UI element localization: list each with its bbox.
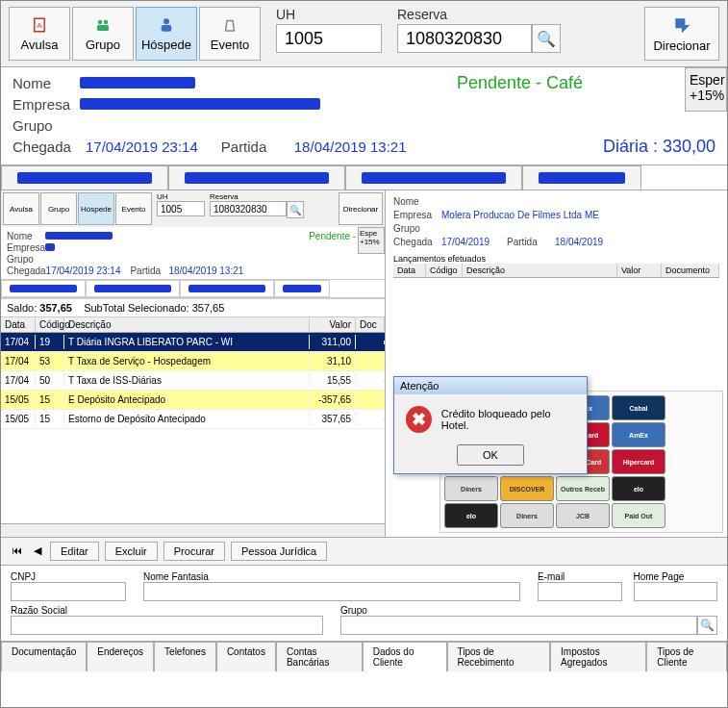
- cell-data: 17/04: [1, 335, 36, 349]
- mini-avulsa-button[interactable]: Avulsa: [3, 192, 39, 225]
- tab-tipos-recebimento[interactable]: Tipos de Recebimento: [447, 642, 551, 671]
- procurar-button[interactable]: Procurar: [163, 542, 225, 561]
- direcionar-label: Direcionar: [653, 38, 710, 53]
- horizontal-scrollbar[interactable]: [1, 523, 385, 537]
- cell-codigo: 15: [36, 412, 64, 426]
- evento-label: Evento: [211, 38, 249, 52]
- action-bar: ⏮ ◀ Editar Excluir Procurar Pessoa Juríd…: [1, 537, 727, 566]
- mini-reserva-input[interactable]: [210, 201, 287, 216]
- right-panel: Nome EmpresaMolera Producao De Filmes Lt…: [386, 190, 727, 537]
- tab-enderecos[interactable]: Endereços: [87, 642, 154, 671]
- tab-documentacao[interactable]: Documentação: [1, 642, 87, 671]
- cnpj-label: CNPJ: [11, 571, 126, 582]
- cell-valor: 15,55: [310, 373, 356, 388]
- mini-uh-field: UH: [157, 192, 205, 225]
- tab-tipos-cliente[interactable]: Tipos de Cliente: [646, 642, 727, 671]
- razao-social-label: Razão Social: [11, 605, 323, 616]
- homepage-input[interactable]: [634, 582, 718, 601]
- error-icon: ✖: [406, 406, 432, 433]
- avulsa-button[interactable]: A Avulsa: [9, 7, 70, 61]
- mini-evento-button[interactable]: Evento: [115, 192, 152, 225]
- client-fields: CNPJ Nome Fantasia E-mail Home Page Razã…: [1, 566, 727, 641]
- razao-social-input[interactable]: [11, 616, 323, 635]
- nav-first-icon[interactable]: ⏮: [9, 542, 25, 561]
- mini-partida-val: 18/04/2019 13:21: [168, 266, 243, 276]
- mini-tab-1[interactable]: [1, 280, 86, 297]
- direcionar-button[interactable]: Direcionar: [644, 7, 719, 61]
- table-row[interactable]: 17/0450T Taxa de ISS-Diárias15,55: [1, 371, 385, 391]
- tab-telefones[interactable]: Telefones: [154, 642, 216, 671]
- mini-tab-4[interactable]: [274, 280, 330, 297]
- bottom-grupo-input[interactable]: [340, 616, 697, 635]
- hospede-button[interactable]: Hóspede: [136, 7, 197, 61]
- guest-tab-3-label: [362, 172, 506, 184]
- payment-card[interactable]: AmEx: [612, 422, 665, 447]
- tab-contas-bancarias[interactable]: Contas Bancárias: [276, 642, 363, 671]
- mini-search-button[interactable]: 🔍: [287, 201, 304, 218]
- evento-button[interactable]: Evento: [199, 7, 261, 61]
- payment-card[interactable]: Diners: [500, 503, 554, 528]
- payment-card[interactable]: Diners: [444, 476, 498, 501]
- table-row[interactable]: 15/0515E Depósito Antecipado-357,65: [1, 391, 385, 410]
- status-text: Pendente - Café: [457, 73, 583, 93]
- payment-card[interactable]: Cabal: [612, 395, 665, 420]
- mini-tab-3[interactable]: [180, 280, 274, 297]
- r-chegada-lbl: Chegada: [393, 237, 436, 247]
- guest-tab-2[interactable]: [168, 165, 345, 190]
- cell-codigo: 15: [36, 392, 64, 407]
- dialog-ok-button[interactable]: OK: [457, 444, 524, 466]
- guest-tab-3[interactable]: [345, 165, 522, 190]
- guest-info-block: Nome Empresa Grupo Chegada 17/04/2019 23…: [1, 67, 727, 165]
- cell-descricao: T Diária INGRA LIBERATO PARC - WI: [64, 335, 310, 349]
- nav-prev-icon[interactable]: ◀: [31, 542, 44, 561]
- grupo-search-button[interactable]: 🔍: [697, 616, 717, 635]
- guest-tab-1[interactable]: [1, 165, 168, 190]
- cell-data: 15/05: [1, 412, 36, 426]
- cnpj-input[interactable]: [11, 582, 126, 601]
- nome-label: Nome: [13, 75, 80, 91]
- r-chegada-val: 17/04/2019: [441, 237, 490, 247]
- reserva-search-button[interactable]: 🔍: [532, 24, 561, 53]
- reserva-input[interactable]: [397, 24, 532, 53]
- mini-tabs: [1, 279, 385, 298]
- editar-button[interactable]: Editar: [50, 542, 99, 561]
- payment-card[interactable]: elo: [444, 503, 498, 528]
- mini-nome-val: [45, 232, 113, 240]
- payment-card[interactable]: Paid Out: [612, 503, 665, 528]
- right-info: Nome EmpresaMolera Producao De Filmes Lt…: [386, 190, 727, 282]
- uh-field-group: UH: [276, 7, 382, 53]
- mini-grupo-button[interactable]: Grupo: [40, 192, 77, 225]
- uh-input[interactable]: [276, 24, 382, 53]
- tab-dados-cliente[interactable]: Dados do Cliente: [363, 642, 447, 671]
- nome-fantasia-input[interactable]: [143, 582, 520, 601]
- r-grupo-lbl: Grupo: [393, 223, 436, 234]
- mini-uh-input[interactable]: [157, 201, 205, 216]
- partida-value: 18/04/2019 13:21: [294, 139, 407, 155]
- r-lanc-label: Lançamentos efetuados: [393, 254, 719, 264]
- excluir-button[interactable]: Excluir: [105, 542, 158, 561]
- mini-tab-2[interactable]: [86, 280, 180, 297]
- payment-card[interactable]: DISCOVER: [500, 476, 554, 501]
- mini-hospede-button[interactable]: Hóspede: [78, 192, 114, 225]
- payment-card[interactable]: Outros Receb: [556, 476, 610, 501]
- svg-point-2: [98, 19, 103, 24]
- mini-tab-4-label: [283, 285, 321, 292]
- transactions-header: Data Código Descrição Valor Doc: [1, 317, 385, 333]
- r-partida-lbl: Partida: [507, 237, 549, 247]
- table-row[interactable]: 17/0453T Taxa de Serviço - Hospedagem31,…: [1, 352, 385, 371]
- payment-card[interactable]: Hipercard: [612, 449, 665, 474]
- tab-impostos-agregados[interactable]: Impostos Agregados: [550, 642, 646, 671]
- table-row[interactable]: 15/0515Estorno de Depósito Antecipado357…: [1, 410, 385, 429]
- grupo-button[interactable]: Grupo: [72, 7, 134, 61]
- table-row[interactable]: 17/0419T Diária INGRA LIBERATO PARC - WI…: [1, 333, 385, 352]
- guest-tab-4[interactable]: [522, 165, 641, 190]
- mini-direcionar-button[interactable]: Direcionar: [339, 192, 383, 225]
- pessoa-juridica-button[interactable]: Pessoa Jurídica: [231, 542, 327, 561]
- payment-card[interactable]: JCB: [556, 503, 610, 528]
- payment-card[interactable]: elo: [612, 476, 665, 501]
- guest-tab-1-label: [17, 172, 152, 184]
- tab-contatos[interactable]: Contatos: [216, 642, 276, 671]
- saldo-row: Saldo: 357,65 SubTotal Selecionado: 357,…: [1, 298, 385, 317]
- th-doc: Doc: [356, 317, 385, 332]
- email-input[interactable]: [538, 582, 622, 601]
